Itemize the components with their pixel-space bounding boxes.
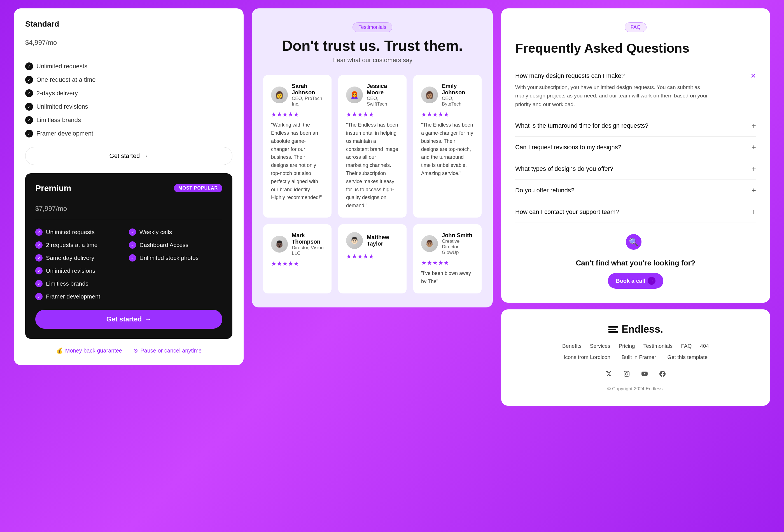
premium-feature-item: ✓Unlimited requests: [35, 226, 129, 239]
check-icon: ✓: [25, 89, 33, 97]
cant-find-section: 🔍 Can't find what you're looking for? Bo…: [515, 223, 756, 291]
testimonial-header: 👨🏽 John Smith Creative Director, GlowUp: [421, 232, 474, 255]
premium-features-col1: ✓Unlimited requests ✓2 requests at a tim…: [35, 226, 129, 303]
testimonial-text: "The Endless has been a game-changer for…: [421, 121, 474, 177]
star-rating: ★★★★★: [421, 259, 474, 267]
faq-item: Can I request revisions to my designs? +: [515, 137, 756, 158]
youtube-icon[interactable]: [639, 368, 650, 380]
plus-icon: +: [752, 207, 756, 217]
reviewer-title: CEO, ProTech Inc.: [292, 96, 324, 107]
faq-question: Do you offer refunds?: [515, 187, 574, 194]
check-icon: ✓: [25, 62, 33, 70]
testimonial-header: 👩‍🦰 Jessica Moore CEO, SwiftTech: [346, 83, 399, 107]
plus-icon: +: [752, 143, 756, 152]
reviewer-name: John Smith: [442, 232, 474, 239]
avatar: 👩: [271, 86, 288, 103]
faq-item: What is the turnaround time for design r…: [515, 115, 756, 137]
feature-item: ✓2-days delivery: [25, 86, 232, 100]
instagram-icon[interactable]: [621, 368, 632, 380]
faq-question-row[interactable]: What types of designs do you offer? +: [515, 164, 756, 173]
plus-icon: +: [752, 121, 756, 130]
faq-badge: FAQ: [625, 22, 646, 32]
premium-feature-item: ✓Limitless brands: [35, 277, 129, 290]
testimonial-card: 👩 Sarah Johnson CEO, ProTech Inc. ★★★★★ …: [263, 75, 332, 218]
footer-nav-faq[interactable]: FAQ: [681, 343, 692, 349]
testimonials-panel: Testimonials Don't trust us. Trust them.…: [252, 8, 493, 307]
reviewer-name: Emily Johnson: [442, 83, 474, 96]
footer-nav-testimonials[interactable]: Testimonials: [643, 343, 673, 349]
check-icon: ✓: [35, 254, 43, 261]
reviewer-title: Director, Vision LLC: [292, 245, 324, 256]
footer-nav-pricing[interactable]: Pricing: [619, 343, 635, 349]
premium-features-col2: ✓Weekly calls ✓Dashboard Access ✓Unlimit…: [129, 226, 222, 303]
check-icon: ✓: [25, 76, 33, 84]
footer-panel: Endless. Benefits Services Pricing Testi…: [501, 309, 770, 406]
feature-item: ✓Framer development: [25, 127, 232, 140]
reviewer-name: Jessica Moore: [367, 83, 399, 96]
avatar: 👩🏽: [421, 86, 438, 103]
footer-social: [515, 368, 756, 380]
check-icon: ✓: [129, 241, 136, 249]
testimonial-header: 👨🏻 Matthew Taylor: [346, 232, 399, 249]
check-icon: ✓: [35, 228, 43, 236]
premium-feature-item: ✓Unlimited stock photos: [129, 251, 222, 264]
footer-nav-services[interactable]: Services: [590, 343, 610, 349]
cant-find-title: Can't find what you're looking for?: [515, 259, 756, 268]
faq-question-row[interactable]: Do you offer refunds? +: [515, 186, 756, 195]
check-icon: ✓: [25, 103, 33, 111]
testimonial-header: 👩 Sarah Johnson CEO, ProTech Inc.: [271, 83, 324, 107]
avatar: 👩‍🦰: [346, 86, 363, 103]
star-rating: ★★★★★: [421, 111, 474, 118]
feature-item: ✓One request at a time: [25, 73, 232, 86]
faq-item: How many design requests can I make? ✕ W…: [515, 66, 756, 115]
faq-question-row[interactable]: What is the turnaround time for design r…: [515, 121, 756, 130]
avatar: 👨🏻: [346, 232, 363, 249]
footer-nav-404[interactable]: 404: [700, 343, 709, 349]
reviewer-title: CEO, ByteTech: [442, 96, 474, 107]
premium-get-started-button[interactable]: Get started →: [35, 310, 222, 329]
search-icon: 🔍: [626, 234, 642, 250]
footer-icons-link[interactable]: Icons from Lordicon: [564, 354, 610, 360]
facebook-icon[interactable]: [657, 368, 668, 380]
premium-plan: Premium MOST POPULAR $7,997/mo ✓Unlimite…: [25, 173, 232, 339]
reviewer-name: Mark Thompson: [292, 232, 324, 245]
footer-nav-benefits[interactable]: Benefits: [562, 343, 582, 349]
faq-question-row[interactable]: How can I contact your support team? +: [515, 207, 756, 217]
testimonials-badge: Testimonials: [353, 22, 392, 32]
testimonials-grid: 👩 Sarah Johnson CEO, ProTech Inc. ★★★★★ …: [263, 75, 482, 293]
svg-point-2: [628, 372, 628, 373]
premium-feature-item: ✓Unlimited revisions: [35, 264, 129, 277]
plus-icon: +: [752, 186, 756, 195]
testimonials-subtitle: Hear what our customers say: [263, 57, 482, 64]
twitter-icon[interactable]: [603, 368, 614, 380]
premium-features: ✓Unlimited requests ✓2 requests at a tim…: [35, 226, 222, 303]
testimonial-text: "Working with the Endless has been an ab…: [271, 121, 324, 202]
svg-rect-0: [624, 371, 629, 376]
star-rating: ★★★★★: [346, 111, 399, 118]
standard-plan-name: Standard: [25, 20, 232, 29]
pause-cancel-guarantee[interactable]: ⊗ Pause or cancel anytime: [133, 347, 202, 354]
footer-nav: Benefits Services Pricing Testimonials F…: [515, 343, 756, 349]
faq-question-row[interactable]: How many design requests can I make? ✕: [515, 72, 756, 80]
faq-item: Do you offer refunds? +: [515, 180, 756, 201]
footer-template-link[interactable]: Get this template: [667, 354, 707, 360]
faq-question-row[interactable]: Can I request revisions to my designs? +: [515, 143, 756, 152]
check-icon: ✓: [129, 254, 136, 261]
testimonial-text: "I've been blown away by The": [421, 269, 474, 286]
faq-question: What is the turnaround time for design r…: [515, 122, 648, 129]
money-icon: 💰: [56, 347, 63, 354]
standard-get-started-button[interactable]: Get started →: [25, 147, 232, 165]
footer-framer-link[interactable]: Built in Framer: [622, 354, 656, 360]
svg-point-1: [625, 373, 628, 375]
avatar: 👨🏿: [271, 236, 288, 253]
standard-price: $4,997/mo: [25, 31, 232, 48]
most-popular-badge: MOST POPULAR: [174, 184, 222, 192]
footer-logo: Endless.: [515, 324, 756, 335]
premium-plan-name: Premium: [35, 184, 71, 193]
testimonial-header: 👨🏿 Mark Thompson Director, Vision LLC: [271, 232, 324, 256]
testimonial-header: 👩🏽 Emily Johnson CEO, ByteTech: [421, 83, 474, 107]
avatar: 👨🏽: [421, 235, 438, 252]
faq-item: What types of designs do you offer? +: [515, 158, 756, 180]
money-back-guarantee[interactable]: 💰 Money back guarantee: [56, 347, 122, 354]
book-call-button[interactable]: Book a call →: [608, 273, 663, 289]
